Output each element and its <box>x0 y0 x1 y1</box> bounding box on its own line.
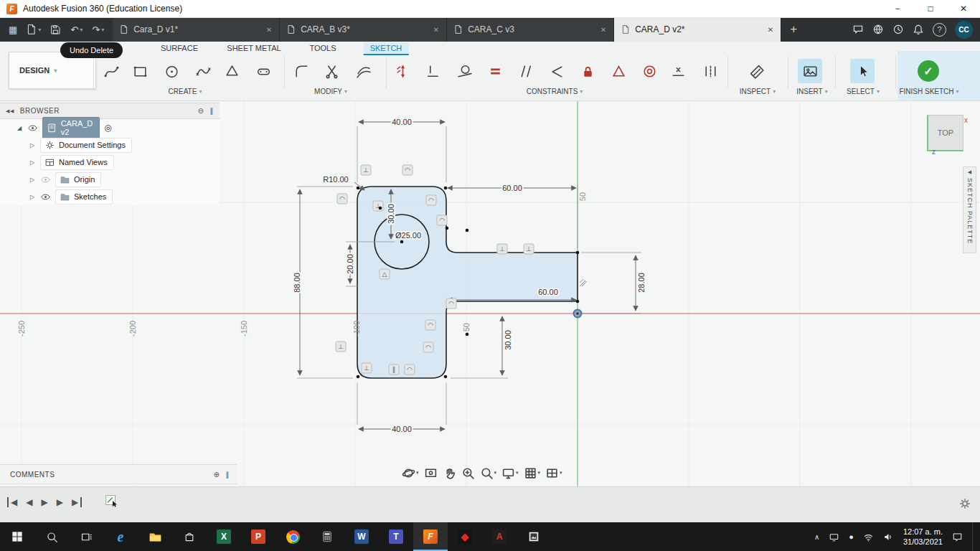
selected-origin-point[interactable] <box>574 310 582 318</box>
maximize-button[interactable]: □ <box>914 0 947 17</box>
timeline-step-back-button[interactable]: ◀ <box>26 497 32 507</box>
browser-row-root[interactable]: ◢ CARA_D v2 ◎ <box>0 119 220 136</box>
tab-close-icon[interactable]: ✕ <box>266 26 272 34</box>
collapse-panel-icon[interactable]: ◀◀ <box>6 108 14 114</box>
save-icon[interactable] <box>50 24 61 35</box>
redo-icon[interactable]: ↷ ▾ <box>92 24 104 35</box>
tray-status-dot-icon[interactable]: ● <box>849 532 854 541</box>
tray-expand-icon[interactable]: ∧ <box>814 533 819 541</box>
create-rectangle-icon[interactable] <box>126 57 154 85</box>
timeline-settings-gear-icon[interactable] <box>958 497 971 510</box>
task-view-icon[interactable] <box>69 522 103 551</box>
activate-component-icon[interactable]: ◎ <box>104 123 111 133</box>
expand-open-icon[interactable]: ◢ <box>16 125 23 131</box>
insert-group-label[interactable]: INSERT▾ <box>796 88 828 95</box>
tab-cara-b-v3[interactable]: CARA_B v3* ✕ <box>280 17 447 42</box>
taskbar-word-icon[interactable]: W <box>344 522 379 551</box>
dim-tab-offset-top[interactable]: 60.00 <box>448 184 578 248</box>
modify-offset-icon[interactable] <box>349 57 377 85</box>
start-button[interactable] <box>0 522 34 551</box>
dim-bottom-offset[interactable]: 30.00 <box>451 316 512 378</box>
create-group-label[interactable]: CREATE▾ <box>169 88 202 95</box>
taskbar-excel-icon[interactable]: X <box>207 522 241 551</box>
help-icon[interactable]: ? <box>933 23 946 37</box>
expand-palette-icon[interactable]: ◀ <box>968 169 971 175</box>
taskbar-edge-icon[interactable]: e <box>103 522 138 551</box>
browser-row-document-settings[interactable]: ▷ Document Settings <box>0 136 220 154</box>
create-slot-icon[interactable] <box>250 57 277 85</box>
inspect-measure-icon[interactable] <box>743 57 771 85</box>
taskbar-acrobat-icon[interactable]: A <box>482 522 517 551</box>
timeline-play-button[interactable]: ▶ <box>41 497 47 507</box>
tray-wifi-icon[interactable] <box>863 532 874 542</box>
tab-sketch[interactable]: SKETCH <box>364 42 409 55</box>
create-spline-icon[interactable] <box>189 57 217 85</box>
browser-header[interactable]: ◀◀ BROWSER ⊖ ∥ <box>0 103 220 119</box>
modify-fillet-icon[interactable] <box>288 57 315 85</box>
network-status-icon[interactable] <box>872 24 884 35</box>
taskbar-store-icon[interactable] <box>172 522 207 551</box>
show-desktop-button[interactable] <box>972 522 976 551</box>
tab-surface[interactable]: SURFACE <box>154 42 204 54</box>
sketch-dimension-icon[interactable] <box>389 57 416 85</box>
tab-sheet-metal[interactable]: SHEET METAL <box>220 42 287 54</box>
taskbar-clock[interactable]: 12:07 a. m. 31/03/2021 <box>903 527 943 547</box>
constraint-fix-lock-icon[interactable] <box>574 57 601 85</box>
browser-row-sketches[interactable]: ▷ Sketches <box>0 188 220 205</box>
visibility-eye-off-icon[interactable] <box>40 174 51 185</box>
dim-tab-height[interactable]: 28.00 <box>581 253 646 314</box>
insert-image-icon[interactable] <box>798 59 822 83</box>
view-cube-face-label[interactable]: TOP <box>938 128 953 137</box>
viewports-button[interactable]: ▾ <box>545 466 562 480</box>
sketch-palette-tab[interactable]: ◀ SKETCH PALETTE <box>963 166 976 253</box>
taskbar-fusion-icon[interactable]: F <box>413 522 448 551</box>
taskbar-teams-icon[interactable]: T <box>379 522 413 551</box>
timeline-skip-start-button[interactable]: ◀ <box>7 497 17 507</box>
tab-cara-d-v1[interactable]: Cara_D v1* ✕ <box>113 17 280 42</box>
constraint-midpoint-icon[interactable] <box>664 57 692 85</box>
notifications-bell-icon[interactable] <box>913 24 924 35</box>
taskbar-photos-icon[interactable] <box>517 522 551 551</box>
expand-icon[interactable]: ▷ <box>29 176 36 183</box>
create-circle-icon[interactable] <box>158 57 185 85</box>
browser-row-origin[interactable]: ▷ Origin <box>0 171 220 188</box>
select-cursor-icon[interactable] <box>850 59 875 83</box>
timeline-step-forward-button[interactable]: ▶ <box>57 497 63 507</box>
finish-sketch-check-icon[interactable]: ✓ <box>915 57 942 85</box>
app-grid-icon[interactable]: ▦ <box>9 24 17 35</box>
tab-close-icon[interactable]: ✕ <box>768 26 773 34</box>
file-menu-icon[interactable]: ▾ <box>27 24 41 35</box>
new-tab-button[interactable]: + <box>781 17 806 42</box>
visibility-eye-icon[interactable] <box>40 192 51 202</box>
tab-tools[interactable]: TOOLS <box>303 42 342 54</box>
modify-trim-icon[interactable] <box>318 57 345 85</box>
taskbar-red-app-icon[interactable]: ◆ <box>448 522 482 551</box>
visibility-eye-icon[interactable] <box>27 123 38 133</box>
create-line-spline-icon[interactable] <box>98 57 125 85</box>
user-avatar[interactable]: CC <box>955 21 973 39</box>
model-canvas[interactable]: -250 -200 -150 -100 -50 50 40.00 R10.00 … <box>0 100 980 486</box>
constraint-concentric-icon[interactable] <box>636 57 663 85</box>
expand-icon[interactable]: ▷ <box>29 159 36 166</box>
expand-icon[interactable]: ▷ <box>29 194 36 200</box>
constraints-group-label[interactable]: CONSTRAINTS▾ <box>527 88 583 95</box>
tray-speaker-icon[interactable] <box>883 532 894 542</box>
zoom-window-button[interactable]: ▾ <box>480 466 497 480</box>
taskbar-file-explorer-icon[interactable] <box>138 522 172 551</box>
tab-cara-d-v2-active[interactable]: CARA_D v2* ✕ <box>614 17 781 42</box>
timeline-sketch-feature-icon[interactable] <box>104 493 120 509</box>
root-component-item[interactable]: CARA_D v2 <box>42 117 100 138</box>
constraint-tangent-icon[interactable] <box>451 57 478 85</box>
close-button[interactable]: ✕ <box>947 0 980 17</box>
constraint-polygon-icon[interactable] <box>605 57 632 85</box>
tray-monitor-icon[interactable] <box>829 532 839 542</box>
job-status-clock-icon[interactable] <box>892 24 904 35</box>
constraint-symmetry-icon[interactable] <box>697 57 724 85</box>
comment-icon[interactable] <box>852 24 864 35</box>
minimize-panel-icon[interactable]: ⊖ <box>198 107 204 115</box>
dim-bottom-width[interactable]: 40.00 <box>357 382 446 433</box>
action-center-icon[interactable] <box>952 532 963 542</box>
finish-sketch-label[interactable]: FINISH SKETCH▾ <box>899 88 958 95</box>
tab-close-icon[interactable]: ✕ <box>433 26 439 34</box>
create-polygon-icon[interactable] <box>218 57 245 85</box>
